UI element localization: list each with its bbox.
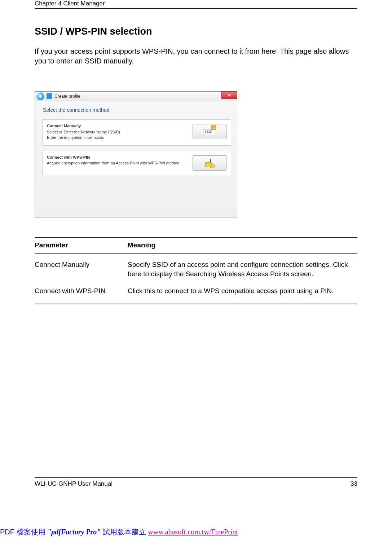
section-title: SSID / WPS-PIN selection <box>35 26 357 37</box>
signal-icon: 📶 <box>211 125 216 130</box>
page-footer: WLI-UC-GNHP User Manual 33 <box>35 477 357 488</box>
back-arrow-icon <box>39 94 41 98</box>
header-parameter: Parameter <box>35 241 128 249</box>
option-connect-manually[interactable]: Connect Manually Select or Enter the Net… <box>42 119 231 146</box>
option-connect-wps-pin[interactable]: Connect with WPS-PIN Acquire encryption … <box>42 151 231 176</box>
cell-parameter: Connect Manually <box>35 260 128 279</box>
page-number: 33 <box>351 480 357 488</box>
header-meaning: Meaning <box>128 241 357 249</box>
window-titlebar: Create profile ✕ <box>35 92 237 101</box>
close-icon: ✕ <box>228 93 231 98</box>
option-text: Connect Manually Select or Enter the Net… <box>47 123 120 140</box>
ssid-button[interactable]: 📶 SSID <box>193 124 226 139</box>
option-desc: Select or Enter the Network Name (SSID) … <box>47 129 120 140</box>
ssid-box-icon: 📶 SSID <box>203 129 216 134</box>
wps-pin-button[interactable] <box>193 155 226 171</box>
window-icon <box>47 93 52 99</box>
table-header-row: Parameter Meaning <box>35 238 357 254</box>
option-title: Connect with WPS-PIN <box>47 155 179 160</box>
window-body: Select the connection method Connect Man… <box>35 101 237 217</box>
cell-parameter: Connect with WPS-PIN <box>35 286 128 296</box>
option-text: Connect with WPS-PIN Acquire encryption … <box>47 155 179 166</box>
close-button[interactable]: ✕ <box>221 91 237 99</box>
table-row: Connect with WPS-PIN Click this to conne… <box>35 281 357 297</box>
parameter-table: Parameter Meaning Connect Manually Speci… <box>35 237 357 305</box>
cell-meaning: Click this to connect to a WPS compatibl… <box>128 286 357 296</box>
option-title: Connect Manually <box>47 123 120 129</box>
chapter-label: Chapter 4 Client Manager <box>35 0 105 7</box>
cell-meaning: Specify SSID of an access point and conf… <box>128 260 357 279</box>
page-header: Chapter 4 Client Manager <box>35 0 357 9</box>
ssid-button-label: SSID <box>204 130 212 133</box>
window-title: Create profile <box>54 94 80 99</box>
table-row: Connect Manually Specify SSID of an acce… <box>35 254 357 281</box>
section-intro: If you your access point supports WPS-PI… <box>35 47 357 66</box>
manual-title: WLI-UC-GNHP User Manual <box>35 480 113 488</box>
create-profile-window: Create profile ✕ Select the connection m… <box>35 91 237 217</box>
back-button[interactable] <box>36 92 44 100</box>
option-desc: Acquire encryption information from an A… <box>47 160 179 166</box>
connection-method-prompt: Select the connection method <box>43 107 231 113</box>
router-icon <box>205 159 214 167</box>
